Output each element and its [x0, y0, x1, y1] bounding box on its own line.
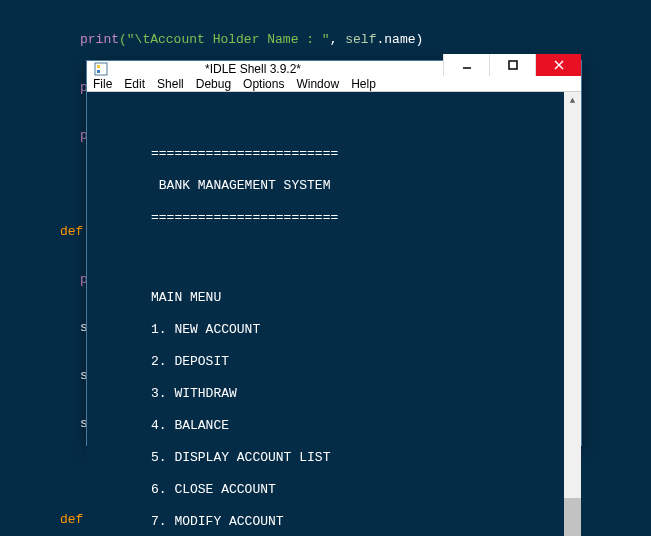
- shell-line: ========================: [95, 210, 573, 226]
- shell-line: 4. BALANCE: [95, 418, 573, 434]
- close-button[interactable]: [535, 54, 581, 76]
- minimize-button[interactable]: [443, 54, 489, 76]
- window-titlebar[interactable]: *IDLE Shell 3.9.2*: [87, 61, 581, 77]
- shell-line: 6. CLOSE ACCOUNT: [95, 482, 573, 498]
- idle-shell-window: *IDLE Shell 3.9.2* File Edit Shell Debug…: [86, 60, 582, 446]
- shell-line: 5. DISPLAY ACCOUNT LIST: [95, 450, 573, 466]
- vertical-scrollbar[interactable]: [564, 109, 581, 536]
- shell-line: 2. DEPOSIT: [95, 354, 573, 370]
- self-kw: self: [345, 32, 376, 47]
- menu-debug[interactable]: Debug: [196, 77, 231, 91]
- svg-rect-4: [509, 61, 517, 69]
- window-title: *IDLE Shell 3.9.2*: [63, 62, 443, 76]
- menu-help[interactable]: Help: [351, 77, 376, 91]
- menu-window[interactable]: Window: [296, 77, 339, 91]
- menu-shell[interactable]: Shell: [157, 77, 184, 91]
- shell-line: 3. WITHDRAW: [95, 386, 573, 402]
- code-text: ,: [330, 32, 346, 47]
- shell-output-area[interactable]: ======================== BANK MANAGEMENT…: [87, 92, 581, 536]
- scrollbar-thumb[interactable]: [564, 498, 581, 537]
- print-call: print: [80, 32, 119, 47]
- menu-bar: File Edit Shell Debug Options Window Hel…: [87, 77, 581, 92]
- menu-options[interactable]: Options: [243, 77, 284, 91]
- shell-line: BANK MANAGEMENT SYSTEM: [95, 178, 573, 194]
- code-text: .name): [376, 32, 423, 47]
- shell-line: MAIN MENU: [95, 290, 573, 306]
- shell-output-text[interactable]: ======================== BANK MANAGEMENT…: [87, 92, 581, 536]
- shell-line: 7. MODIFY ACCOUNT: [95, 514, 573, 530]
- scroll-up-arrow-icon[interactable]: ▲: [564, 92, 581, 109]
- window-controls: [443, 54, 581, 76]
- shell-line: ========================: [95, 146, 573, 162]
- menu-edit[interactable]: Edit: [124, 77, 145, 91]
- maximize-button[interactable]: [489, 54, 535, 76]
- string-literal: ("\tAccount Holder Name : ": [119, 32, 330, 47]
- shell-line: 1. NEW ACCOUNT: [95, 322, 573, 338]
- menu-file[interactable]: File: [93, 77, 112, 91]
